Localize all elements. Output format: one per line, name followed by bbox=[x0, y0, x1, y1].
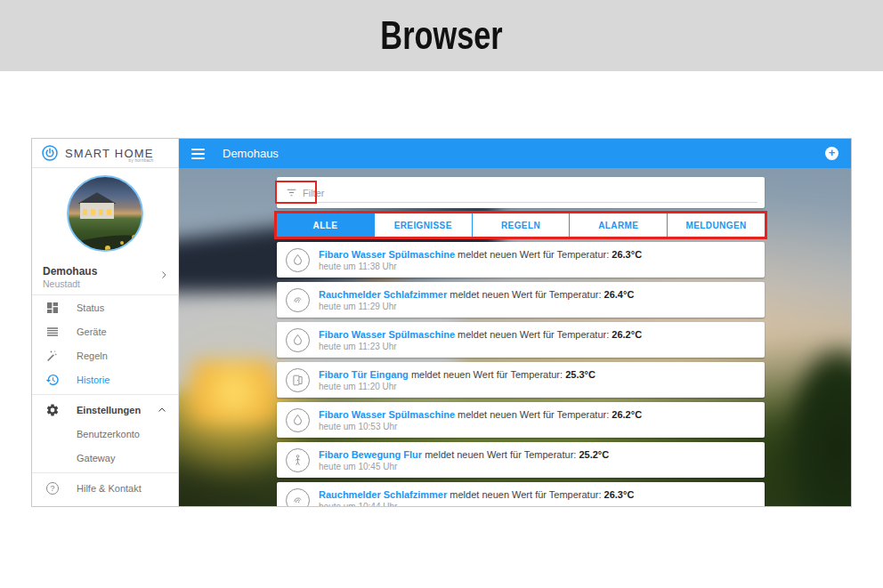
event-card[interactable]: Fibaro Wasser Spülmaschine meldet neuen … bbox=[277, 242, 765, 278]
divider bbox=[32, 472, 178, 473]
tab-ereignisse[interactable]: EREIGNISSE bbox=[375, 213, 473, 237]
event-card[interactable]: Rauchmelder Schlafzimmer meldet neuen We… bbox=[277, 282, 765, 318]
tab-bar-with-red-annotation: ALLE EREIGNISSE REGELN ALARME MELDUNGEN bbox=[277, 213, 765, 237]
power-icon bbox=[41, 144, 59, 162]
appbar: Demohaus bbox=[179, 139, 851, 168]
sidebar-item-hilfe-kontakt[interactable]: Hilfe & Kontakt bbox=[32, 476, 178, 500]
sidebar-item-historie[interactable]: Historie bbox=[32, 367, 178, 391]
temperature-value: 25.3°C bbox=[565, 369, 595, 380]
appbar-title: Demohaus bbox=[223, 147, 279, 160]
filter-bar bbox=[277, 177, 765, 208]
tab-alle[interactable]: ALLE bbox=[277, 213, 375, 237]
event-card[interactable]: Rauchmelder Schlafzimmer meldet neuen We… bbox=[277, 482, 765, 506]
menu-icon[interactable] bbox=[191, 149, 205, 159]
device-name: Fibaro Tür Eingang bbox=[319, 369, 409, 380]
event-card[interactable]: Fibaro Wasser Spülmaschine meldet neuen … bbox=[277, 402, 765, 438]
page-title: Browser bbox=[380, 13, 502, 58]
event-message: Fibaro Wasser Spülmaschine meldet neuen … bbox=[319, 249, 642, 260]
sidebar-item-status[interactable]: Status bbox=[32, 295, 178, 319]
brand-byline: by hornbach bbox=[129, 158, 154, 163]
sidebar-item-geraete[interactable]: Geräte bbox=[32, 319, 178, 343]
add-button[interactable] bbox=[825, 147, 838, 160]
gear-icon bbox=[45, 403, 60, 417]
history-icon bbox=[45, 373, 60, 387]
event-message: Fibaro Tür Eingang meldet neuen Wert für… bbox=[319, 369, 595, 380]
device-name: Rauchmelder Schlafzimmer bbox=[319, 289, 447, 300]
sidebar-item-regeln[interactable]: Regeln bbox=[32, 343, 178, 367]
device-name: Fibaro Bewegung Flur bbox=[319, 449, 422, 460]
main-area: Demohaus ALLE EREIGNISSE REGELN ALARME M… bbox=[179, 139, 851, 506]
list-icon bbox=[45, 325, 60, 339]
event-timestamp: heute um 10:53 Uhr bbox=[319, 422, 642, 431]
event-timestamp: heute um 11:23 Uhr bbox=[319, 342, 642, 351]
device-name: Fibaro Wasser Spülmaschine bbox=[319, 329, 455, 340]
event-card[interactable]: Fibaro Bewegung Flur meldet neuen Wert f… bbox=[277, 442, 765, 478]
event-timestamp: heute um 10:44 Uhr bbox=[319, 502, 634, 507]
page-banner: Browser bbox=[0, 0, 883, 71]
temperature-value: 26.2°C bbox=[612, 329, 642, 340]
info-icon bbox=[45, 505, 60, 508]
help-icon bbox=[45, 481, 60, 495]
tab-alarme[interactable]: ALARME bbox=[570, 213, 668, 237]
temperature-value: 26.2°C bbox=[612, 409, 642, 420]
water-icon bbox=[286, 408, 310, 432]
event-timestamp: heute um 11:20 Uhr bbox=[319, 382, 595, 391]
chevron-up-icon bbox=[157, 405, 167, 415]
motion-icon bbox=[286, 448, 310, 472]
door-icon bbox=[286, 368, 310, 392]
dashboard-icon bbox=[45, 301, 60, 315]
event-card[interactable]: Fibaro Tür Eingang meldet neuen Wert für… bbox=[277, 362, 765, 398]
wand-icon bbox=[45, 349, 60, 363]
smoke-icon bbox=[286, 288, 310, 312]
smoke-icon bbox=[286, 488, 310, 507]
home-avatar bbox=[67, 175, 143, 252]
device-name: Fibaro Wasser Spülmaschine bbox=[319, 409, 455, 420]
location-selector[interactable]: Demohaus Neustadt bbox=[32, 259, 178, 295]
filter-input[interactable] bbox=[303, 188, 756, 198]
event-message: Fibaro Wasser Spülmaschine meldet neuen … bbox=[319, 329, 642, 340]
temperature-value: 25.2°C bbox=[579, 449, 609, 460]
chevron-right-icon bbox=[158, 270, 169, 280]
app-logo: SMART HOME by hornbach bbox=[32, 139, 178, 168]
event-timestamp: heute um 11:29 Uhr bbox=[319, 302, 634, 311]
location-city: Neustadt bbox=[43, 278, 167, 289]
divider bbox=[32, 394, 178, 395]
sidebar: SMART HOME by hornbach Demohaus Neustadt bbox=[32, 139, 179, 506]
event-timestamp: heute um 10:45 Uhr bbox=[319, 462, 609, 471]
temperature-value: 26.3°C bbox=[612, 249, 642, 260]
content-area: ALLE EREIGNISSE REGELN ALARME MELDUNGEN … bbox=[179, 168, 851, 506]
smart-home-app: SMART HOME by hornbach Demohaus Neustadt bbox=[31, 138, 852, 507]
device-name: Rauchmelder Schlafzimmer bbox=[319, 489, 447, 500]
sidebar-item-benutzerkonto[interactable]: Benutzerkonto bbox=[32, 422, 178, 446]
filter-icon bbox=[286, 187, 297, 198]
input-underline bbox=[284, 202, 757, 203]
sidebar-item-einstellungen[interactable]: Einstellungen bbox=[32, 398, 178, 422]
history-panel: ALLE EREIGNISSE REGELN ALARME MELDUNGEN … bbox=[277, 177, 765, 506]
event-timestamp: heute um 11:38 Uhr bbox=[319, 262, 642, 271]
sidebar-item-gateway[interactable]: Gateway bbox=[32, 446, 178, 470]
water-icon bbox=[286, 328, 310, 352]
sidebar-item-about[interactable]: About bbox=[32, 500, 178, 507]
water-icon bbox=[286, 248, 310, 272]
event-message: Fibaro Bewegung Flur meldet neuen Wert f… bbox=[319, 449, 609, 460]
event-message: Rauchmelder Schlafzimmer meldet neuen We… bbox=[319, 289, 634, 300]
sidebar-nav: Status Geräte Regeln bbox=[32, 295, 178, 507]
event-message: Fibaro Wasser Spülmaschine meldet neuen … bbox=[319, 409, 642, 420]
event-card[interactable]: Fibaro Wasser Spülmaschine meldet neuen … bbox=[277, 322, 765, 358]
tab-regeln[interactable]: REGELN bbox=[473, 213, 571, 237]
tab-meldungen[interactable]: MELDUNGEN bbox=[668, 213, 765, 237]
location-name: Demohaus bbox=[43, 265, 167, 278]
device-name: Fibaro Wasser Spülmaschine bbox=[319, 249, 455, 260]
temperature-value: 26.3°C bbox=[604, 489, 635, 500]
event-list: Fibaro Wasser Spülmaschine meldet neuen … bbox=[277, 242, 765, 506]
temperature-value: 26.4°C bbox=[604, 289, 635, 300]
event-message: Rauchmelder Schlafzimmer meldet neuen We… bbox=[319, 489, 634, 500]
